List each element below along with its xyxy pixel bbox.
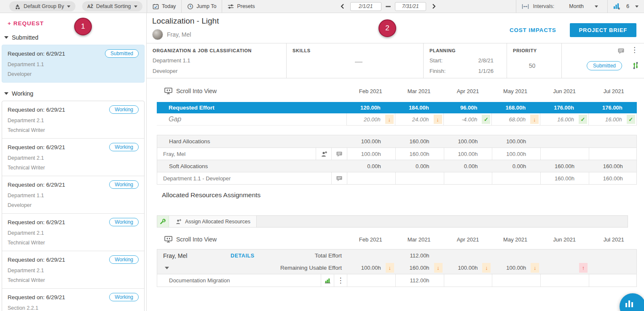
date-to-input[interactable] [395,2,426,11]
month-header: Apr 2021 [443,233,492,246]
chevron-right-icon[interactable] [430,3,437,10]
request-role: Developer [8,71,139,77]
section-header-working[interactable]: Working [4,90,145,97]
date-from-input[interactable] [350,2,381,11]
effort-grid-header: Scroll Into View Feb 2021 Mar 2021 Apr 2… [157,85,637,97]
chevron-left-icon[interactable] [339,3,346,10]
owner-name: Fray, Mel [167,31,191,38]
group-by-dropdown[interactable]: Default Group By [9,1,75,11]
gap-value: 24.00h [412,116,429,123]
alloc-cell[interactable]: 160.00h [540,172,589,184]
hard-alloc-cell: 100.00h [347,135,395,147]
alloc-cell[interactable]: 100.00h [444,148,492,160]
gap-cell: 24.00h↓ [395,113,443,126]
comment-icon[interactable] [617,48,625,54]
chart-icon[interactable] [321,274,334,287]
request-card[interactable]: Requested on: 6/29/21Working Department … [2,251,144,288]
task-effort-cell[interactable] [492,274,540,287]
request-org: Department 2.1 [8,118,139,123]
today-button[interactable]: Today [147,0,181,13]
status-badge: Working [109,218,139,226]
skills-section: SKILLS [287,43,424,78]
alloc-cell[interactable]: 160.00h [589,172,637,184]
scroll-into-view-button[interactable]: Scroll Into View [157,88,217,94]
presets-button[interactable]: Presets [222,0,260,13]
month-header: May 2021 [491,233,540,246]
skills-empty-dash [355,62,362,63]
task-name: Documentation Migration [169,277,230,284]
request-date: Requested on: 6/29/21 [8,107,65,113]
planning-label: PLANNING [429,48,507,53]
remaining-effort-cell: ↑ [540,262,589,274]
interval-count-dropdown[interactable]: # 6 [608,0,644,13]
interval-unit-dropdown[interactable]: Month [560,0,607,13]
jump-to-button[interactable]: Jump To [182,0,222,13]
assignments-grid-header: Scroll Into View Feb 2021 Mar 2021 Apr 2… [157,233,637,246]
request-role: Technical Writer [8,165,139,171]
alloc-cell[interactable]: 100.00h [347,148,395,160]
expand-triangle-icon[interactable] [165,267,169,269]
org-classification-section: ORGANIZATION & JOB CLASSIFICATION Depart… [147,43,287,78]
alloc-cell[interactable] [492,172,540,184]
task-effort-cell[interactable] [540,274,589,287]
more-options-icon[interactable]: ⋮ [334,274,347,287]
comment-icon[interactable] [331,172,347,184]
total-effort-cell [444,249,492,262]
annotation-circle-1: 1 [74,18,92,35]
more-options-icon[interactable]: ⋮ [631,47,638,53]
remaining-indicator-icon: ↑ [579,263,588,273]
alloc-cell[interactable]: 160.00h [395,148,444,160]
cost-impacts-button[interactable]: COST IMPACTS [510,27,556,33]
alloc-cell[interactable] [540,148,589,160]
month-header: Mar 2021 [395,85,443,97]
assign-allocated-resources-button[interactable]: Assign Allocated Resources [169,216,257,227]
request-card[interactable]: Requested on: 6/29/21Working Section 2.2… [2,288,144,311]
group-by-icon [14,3,21,10]
section-header-submitted[interactable]: Submitted [4,34,145,41]
task-effort-cell[interactable]: 112.00h [395,274,444,287]
total-effort-cell [589,249,637,262]
request-card-submitted[interactable]: Requested on: 6/29/21 Submitted Departme… [2,45,145,83]
alloc-cell[interactable] [444,172,492,184]
request-date: Requested on: 6/29/21 [8,294,65,300]
task-effort-cell[interactable] [444,274,492,287]
month-header: May 2021 [491,85,540,97]
alloc-cell[interactable] [395,172,444,184]
request-card[interactable]: Requested on: 6/29/21Working Department … [2,176,144,213]
project-brief-button[interactable]: PROJECT BRIEF [570,23,636,37]
alloc-cell[interactable]: 100.00h [492,148,540,160]
add-person-icon[interactable] [316,148,331,160]
wrench-icon[interactable] [157,216,169,227]
gap-value: 16.00h [605,116,622,123]
request-card[interactable]: Requested on: 6/29/21Working Department … [2,101,144,138]
request-card[interactable]: Requested on: 6/29/21Working Department … [2,213,144,251]
sidebar-toolbar: Default Group By AŻ Default Sorting [0,1,147,11]
swap-resource-icon[interactable] [632,62,639,69]
remaining-indicator-icon: ↓ [434,263,443,273]
gap-indicator-icon: ↓ [530,115,539,124]
gap-cell: -4.00h✓ [443,113,492,126]
scroll-into-view-label: Scroll Into View [176,236,217,243]
resource-allocation-row: Fray, Mel 100.00h 160.00h 100.00h 100.00… [157,147,636,160]
chart-count-icon: # [613,3,620,10]
details-link[interactable]: DETAILS [231,253,255,259]
avatar[interactable] [152,29,163,40]
remaining-value: 160.00h [410,265,429,271]
alloc-cell[interactable] [589,148,637,160]
resource-planner-app: Default Group By AŻ Default Sorting Toda… [0,0,644,311]
remaining-indicator-icon [628,263,636,273]
comment-icon[interactable] [331,148,347,160]
request-card[interactable]: Requested on: 6/29/21Working Department … [2,138,144,176]
scroll-into-view-button[interactable]: Scroll Into View [157,236,217,243]
requests-sidebar: + REQUEST Submitted Requested on: 6/29/2… [0,13,147,311]
gap-cell: 68.00h↓ [491,113,540,126]
project-owner: Fray, Mel [152,29,191,40]
alloc-cell[interactable] [347,172,395,184]
task-effort-cell[interactable] [347,274,395,287]
sorting-dropdown[interactable]: AŻ Default Sorting [82,1,142,11]
task-effort-cell[interactable] [589,274,637,287]
grid-toolbar: Today Jump To Presets [147,0,644,13]
add-request-button[interactable]: + REQUEST [8,20,44,27]
resource-name: Fray, Mel [163,252,231,259]
assignments-heading: Allocated Resources Assignments [162,191,260,199]
